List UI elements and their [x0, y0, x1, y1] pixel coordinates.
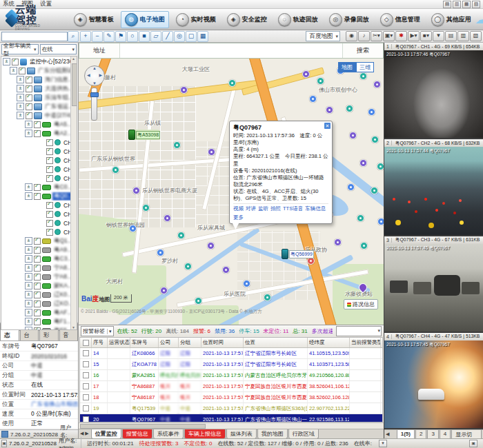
tree-expander-icon[interactable]: ± — [17, 103, 24, 110]
tree-checkbox[interactable] — [34, 130, 41, 137]
map-poi-icon[interactable] — [377, 218, 384, 225]
vehicle-marker[interactable]: 粤Q56999 — [282, 249, 314, 259]
tree-checkbox[interactable] — [34, 184, 41, 191]
nav-button[interactable]: ◍ 电子地图 — [121, 11, 169, 28]
tree-checkbox[interactable] — [46, 202, 53, 209]
tree-checkbox[interactable] — [34, 292, 41, 298]
map-poi-icon[interactable] — [309, 95, 317, 103]
tree-scrollbar[interactable] — [70, 57, 77, 329]
search-icon[interactable]: ⌕ — [68, 31, 79, 42]
map-poi-icon[interactable] — [112, 166, 119, 174]
col-header[interactable]: 位置时间 — [201, 338, 244, 347]
map-poi-icon[interactable] — [207, 242, 215, 250]
panel-tab[interactable]: 系统事件 — [153, 429, 184, 439]
col-header[interactable]: 速度 — [381, 338, 383, 347]
video-frame[interactable]: 2021-10-13 17:57:46 粤Q07967 — [384, 50, 483, 138]
tree-checkbox[interactable] — [26, 103, 32, 110]
nav-button[interactable]: ◎ 录像回放 — [325, 11, 373, 28]
layout-toggle-icon[interactable]: ▥ — [453, 1, 461, 8]
tree-row[interactable]: ± 广东省运输集团有限公司(1/24) — [1, 102, 77, 111]
tree-row[interactable]: ± CH2 — [1, 210, 77, 218]
tree-expander-icon[interactable]: ± — [25, 130, 32, 137]
tree-row[interactable]: ± CH3 — [1, 218, 77, 227]
map-poi-icon[interactable] — [346, 105, 353, 112]
tree-checkbox[interactable] — [26, 77, 32, 83]
tree-row[interactable]: ± CH1 — [1, 201, 77, 210]
select-all-checkbox[interactable] — [80, 338, 92, 347]
panel-tab[interactable]: 我的地图 — [257, 429, 288, 439]
video-frame[interactable]: 2021-10-13 17:57:45 粤Q07967 — [384, 244, 483, 332]
tree-row[interactable]: ± CH2 — [1, 147, 77, 156]
tree-expander-icon[interactable]: ± — [25, 291, 32, 298]
map-poi-icon[interactable] — [302, 70, 310, 78]
tree-expander-icon[interactable]: ± — [25, 264, 32, 272]
col-header[interactable]: 经纬度 — [308, 338, 350, 347]
map-tool-icon[interactable]: − — [92, 31, 103, 42]
video-block[interactable]: 3 粤Q07967 - CH3 - 4G - 67 KB/S | 631KB 2… — [384, 236, 483, 333]
tree-expander-icon[interactable]: ± — [25, 273, 32, 281]
alarm-tag-select[interactable]: 报警标签 — [81, 326, 114, 336]
table-row[interactable]: 14 辽K08066 辽阳 辽阳 2021-10-13 17:57:42 辽宁省… — [80, 348, 382, 359]
map-poi-icon[interactable] — [208, 148, 215, 156]
video-block[interactable]: 1 粤Q07967 - CH1 - 4G - 69 KB/S | 654KB 2… — [384, 43, 483, 139]
map-tool-icon[interactable]: + — [80, 31, 91, 42]
nav-button[interactable]: ◌ 轨迹回放 — [274, 11, 322, 28]
tree-expander-icon[interactable]: ± — [25, 183, 32, 191]
tree-row[interactable]: ± 中道(27/41) — [1, 111, 77, 120]
tree-expander-icon[interactable]: ± — [37, 210, 45, 218]
map-poi-icon[interactable] — [173, 141, 181, 149]
col-header[interactable]: 序号 — [92, 338, 108, 347]
video-tool-icon[interactable]: ▣▾ — [383, 31, 395, 41]
tree-expander-icon[interactable]: ± — [25, 300, 32, 307]
map-poi-icon[interactable] — [142, 204, 150, 212]
tree-checkbox[interactable] — [46, 148, 53, 155]
layout-toggle-icon[interactable]: ▧ — [472, 1, 480, 8]
tree-expander-icon[interactable]: ± — [10, 67, 17, 74]
tree-row[interactable]: ± 监控中心[52/236] — [1, 57, 77, 66]
map-type-select[interactable]: 百度地图 — [306, 31, 340, 41]
popup-action-link[interactable]: 拍照 — [270, 205, 281, 212]
tree-row[interactable]: ± 辽K08066(辽阳) — [1, 290, 77, 299]
map-poi-icon[interactable] — [157, 249, 164, 256]
layout-toggle-icon[interactable]: ▦ — [462, 1, 471, 8]
tree-expander-icon[interactable]: ± — [25, 237, 32, 245]
video-tool-icon[interactable]: ♪ — [358, 31, 370, 41]
row-checkbox[interactable] — [80, 359, 92, 369]
popup-action-link[interactable]: 监听 — [258, 205, 268, 212]
tree-row[interactable]: ± CH5 — [1, 174, 77, 183]
map-tool-icon[interactable]: ▦ — [197, 31, 208, 42]
map-poi-icon[interactable] — [371, 187, 378, 194]
tree-row[interactable]: ± 粤C33118(码头) — [1, 254, 77, 263]
status-right-icon[interactable]: ▣ — [469, 440, 477, 447]
tree-checkbox[interactable] — [26, 112, 32, 119]
table-row[interactable]: 18 宁A86187 银川 银川 2021-10-13 17:57:41 宁夏回… — [80, 392, 382, 403]
tree-row[interactable]: ± CH1 — [1, 138, 77, 147]
table-row[interactable]: 20 粤Q07967 中道 中道 2021-10-13 17:57:36 广东省… — [80, 414, 382, 422]
tree-row[interactable]: ± 广东分组测试 — [1, 66, 77, 75]
map-mode-button[interactable]: 地图 — [338, 62, 356, 72]
tree-expander-icon[interactable]: ± — [25, 192, 32, 200]
map-poi-icon[interactable] — [132, 187, 140, 194]
video-tool-icon[interactable]: ◉ — [346, 31, 357, 41]
tree-checkbox[interactable] — [19, 68, 26, 74]
row-checkbox[interactable] — [80, 370, 92, 380]
status-right-icon[interactable]: ▼ — [379, 440, 387, 447]
map-poi-icon[interactable] — [228, 79, 236, 87]
panel-tab[interactable]: 行政区域 — [288, 429, 319, 439]
tree-row[interactable]: ± 蒙KA2851(牙克石) — [1, 281, 77, 290]
traffic-info-button[interactable]: 路况信息 — [344, 299, 378, 309]
map-tool-icon[interactable]: ◎ — [174, 31, 185, 42]
panel-tab[interactable]: 报警信息 — [122, 429, 152, 439]
tree-checkbox[interactable] — [34, 238, 41, 245]
tree-checkbox[interactable] — [46, 139, 53, 146]
tree-checkbox[interactable] — [46, 220, 53, 227]
tree-checkbox[interactable] — [46, 229, 53, 236]
panel-tab[interactable]: 车辆上报信息 — [184, 429, 226, 439]
tree-expander-icon[interactable]: ± — [37, 228, 45, 236]
popup-action-link[interactable]: 视频 — [233, 205, 244, 212]
tree-checkbox[interactable] — [34, 327, 41, 331]
map-poi-icon[interactable] — [377, 163, 384, 170]
map-poi-icon[interactable] — [347, 183, 355, 191]
nav-button[interactable]: ◯ 其他应用 — [427, 11, 475, 28]
tree-row[interactable]: ± 粤A23416(黄沙)□ — [1, 129, 77, 138]
